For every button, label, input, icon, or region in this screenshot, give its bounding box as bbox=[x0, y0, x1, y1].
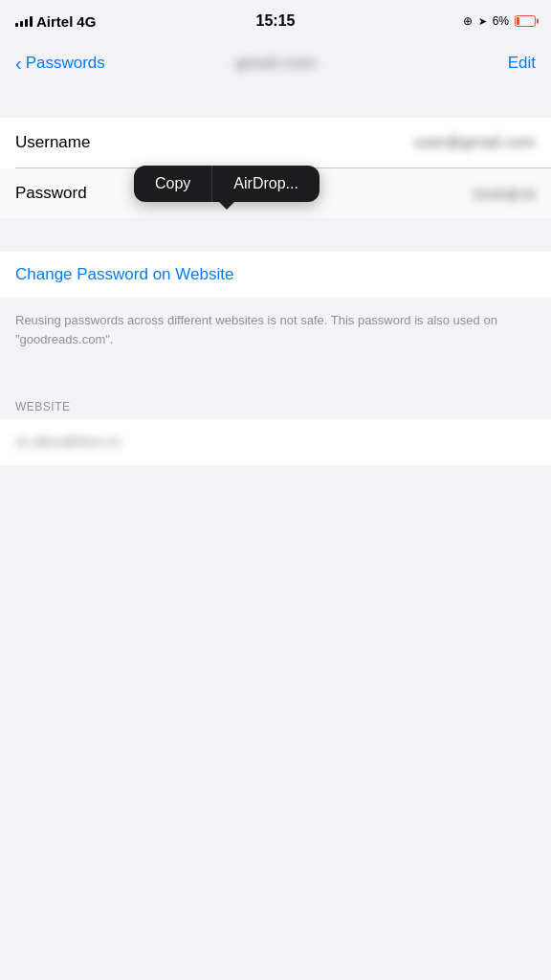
network-type: 4G bbox=[77, 13, 96, 30]
website-section-header: WEBSITE bbox=[0, 392, 551, 419]
back-label: Passwords bbox=[26, 54, 105, 73]
change-password-button[interactable]: Change Password on Website bbox=[0, 252, 551, 298]
top-spacer bbox=[0, 84, 551, 118]
navigation-icon: ➤ bbox=[478, 15, 487, 28]
nav-bar: ‹ Passwords gmail.com Edit bbox=[0, 42, 551, 84]
warning-text: Reusing passwords across different websi… bbox=[15, 311, 536, 348]
username-row: Username user@gmail.com Copy AirDrop... bbox=[0, 118, 551, 167]
form-section: Username user@gmail.com Copy AirDrop... … bbox=[0, 118, 551, 218]
context-menu-tooltip: Copy AirDrop... bbox=[134, 166, 320, 202]
tooltip-bubble: Copy AirDrop... bbox=[134, 166, 320, 202]
nav-title: gmail.com bbox=[235, 54, 316, 73]
battery-icon bbox=[515, 15, 536, 27]
signal-icon bbox=[15, 15, 33, 27]
username-value: user@gmail.com bbox=[121, 133, 536, 152]
edit-button[interactable]: Edit bbox=[508, 54, 536, 73]
copy-button[interactable]: Copy bbox=[134, 166, 212, 202]
warning-section: Reusing passwords across different websi… bbox=[0, 298, 551, 364]
back-button[interactable]: ‹ Passwords bbox=[15, 53, 105, 75]
bottom-spacer bbox=[0, 465, 551, 752]
website-value: m.decathlon.in bbox=[15, 433, 121, 451]
chevron-left-icon: ‹ bbox=[15, 53, 22, 75]
password-label: Password bbox=[15, 184, 121, 203]
change-password-section: Change Password on Website Reusing passw… bbox=[0, 252, 551, 364]
battery-percent: 6% bbox=[493, 14, 509, 28]
status-bar: Airtel 4G 15:15 ⊕ ➤ 6% bbox=[0, 0, 551, 42]
website-section: WEBSITE m.decathlon.in bbox=[0, 392, 551, 465]
website-row[interactable]: m.decathlon.in bbox=[0, 419, 551, 465]
status-right-icons: ⊕ ➤ 6% bbox=[463, 14, 536, 28]
tooltip-arrow bbox=[218, 201, 235, 210]
status-time: 15:15 bbox=[256, 12, 296, 30]
carrier-name: Airtel bbox=[36, 13, 73, 30]
username-label: Username bbox=[15, 133, 121, 152]
location-icon: ⊕ bbox=[463, 14, 473, 28]
carrier-info: Airtel 4G bbox=[15, 13, 96, 30]
airdrop-button[interactable]: AirDrop... bbox=[212, 166, 320, 202]
